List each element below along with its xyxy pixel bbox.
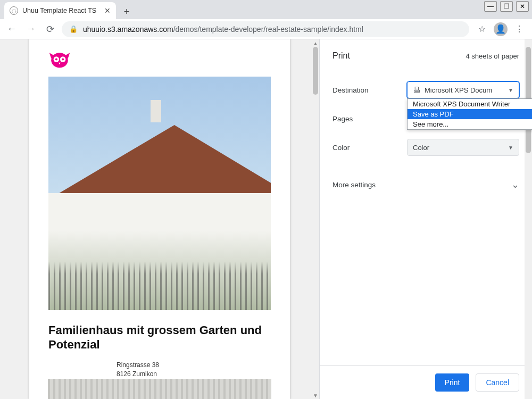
document-title: Familienhaus mit grossem Garten und Pote… — [48, 323, 271, 352]
window-close-button[interactable]: ✕ — [516, 1, 529, 12]
window-maximize-button[interactable]: ❐ — [500, 1, 513, 12]
print-button[interactable]: Print — [435, 373, 470, 392]
url-host: uhuuio.s3.amazonaws.com — [83, 25, 173, 34]
new-tab-button[interactable]: + — [119, 4, 134, 19]
destination-option-save-pdf[interactable]: Save as PDF — [408, 109, 532, 119]
destination-label: Destination — [332, 86, 407, 94]
preview-page: Familienhaus mit grossem Garten und Pote… — [29, 39, 290, 399]
background-page-peek — [48, 377, 271, 399]
close-tab-icon[interactable]: ✕ — [104, 6, 111, 15]
sheet-count: 4 sheets of paper — [466, 52, 519, 60]
url-path: /demos/template-developer/real-estate-sa… — [173, 25, 363, 34]
tab-strip: ◌ Uhuu Template React TS ✕ + — [0, 0, 532, 19]
profile-avatar-icon[interactable]: 👤 — [494, 22, 508, 36]
cancel-button[interactable]: Cancel — [476, 373, 519, 392]
address-bar[interactable]: 🔒 uhuuio.s3.amazonaws.com/demos/template… — [62, 21, 469, 37]
brand-owl-logo-icon — [48, 50, 71, 72]
scroll-down-arrow-icon[interactable]: ▼ — [312, 392, 319, 399]
more-settings-toggle[interactable]: More settings ⌄ — [332, 169, 519, 200]
svg-point-3 — [55, 58, 57, 60]
color-selected-value: Color — [413, 144, 429, 152]
print-dialog: Print 4 sheets of paper Destination 🖶 Mi… — [319, 39, 532, 399]
svg-point-4 — [62, 58, 64, 60]
color-row: Color Color ▼ — [332, 133, 519, 162]
destination-option-see-more[interactable]: See more... — [408, 119, 532, 129]
more-settings-label: More settings — [332, 181, 376, 189]
hero-house-image — [48, 77, 271, 310]
bookmark-star-icon[interactable]: ☆ — [476, 23, 488, 36]
destination-select[interactable]: 🖶 Microsoft XPS Docum ▼ — [407, 81, 519, 98]
forward-button[interactable]: → — [23, 22, 38, 37]
print-preview-pane: Familienhaus mit grossem Garten und Pote… — [0, 39, 319, 399]
destination-dropdown-menu: Microsoft XPS Document Writer Save as PD… — [407, 98, 532, 130]
browser-menu-icon[interactable]: ⋮ — [513, 23, 526, 36]
destination-option-xps[interactable]: Microsoft XPS Document Writer — [408, 99, 532, 109]
pages-label: Pages — [332, 115, 407, 123]
destination-selected-value: Microsoft XPS Docum — [425, 86, 492, 94]
window-minimize-button[interactable]: — — [484, 1, 497, 12]
chevron-down-icon: ⌄ — [511, 179, 519, 190]
print-dialog-title: Print — [332, 51, 350, 61]
window-controls: — ❐ ✕ — [481, 0, 532, 13]
address-line-1: Ringstrasse 38 — [117, 361, 271, 370]
browser-toolbar: ← → ⟳ 🔒 uhuuio.s3.amazonaws.com/demos/te… — [0, 19, 532, 39]
destination-row: Destination 🖶 Microsoft XPS Docum ▼ Micr… — [332, 76, 519, 104]
tab-title: Uhuu Template React TS — [22, 7, 100, 14]
lock-icon: 🔒 — [69, 25, 78, 33]
reload-button[interactable]: ⟳ — [43, 22, 57, 37]
dialog-scrollbar[interactable] — [525, 39, 532, 399]
globe-icon: ◌ — [10, 6, 18, 15]
color-select[interactable]: Color ▼ — [407, 139, 519, 156]
back-button[interactable]: ← — [4, 22, 19, 37]
color-label: Color — [332, 144, 407, 152]
caret-down-icon: ▼ — [508, 145, 513, 151]
browser-tab[interactable]: ◌ Uhuu Template React TS ✕ — [4, 2, 116, 19]
caret-down-icon: ▼ — [508, 87, 513, 93]
print-dialog-footer: Print Cancel — [320, 365, 532, 399]
toolbar-right-controls: ☆ 👤 ⋮ — [473, 22, 528, 36]
preview-scrollbar[interactable]: ▲ ▼ — [312, 39, 319, 399]
scroll-up-arrow-icon[interactable]: ▲ — [312, 39, 319, 47]
document-address: Ringstrasse 38 8126 Zumikon — [48, 361, 271, 379]
scroll-thumb[interactable] — [313, 47, 318, 95]
printer-icon: 🖶 — [413, 86, 420, 94]
